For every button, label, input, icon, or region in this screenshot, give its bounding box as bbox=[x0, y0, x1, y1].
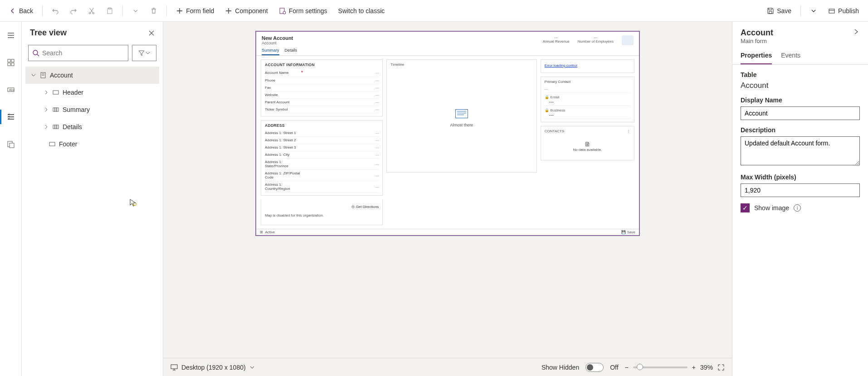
tree-panel: Tree view Account Header bbox=[22, 22, 163, 376]
tree-item-summary[interactable]: Summary bbox=[25, 101, 159, 118]
field-label: Phone bbox=[265, 78, 300, 82]
chevron-right-icon bbox=[44, 107, 49, 112]
chevron-down-icon bbox=[810, 7, 817, 14]
delete-button[interactable] bbox=[146, 5, 162, 17]
section-account-info[interactable]: ACCOUNT INFORMATION Account Name*---Phon… bbox=[261, 59, 383, 116]
rail-fields[interactable]: Abc bbox=[0, 81, 22, 99]
form-field-row[interactable]: Fax--- bbox=[265, 84, 379, 92]
back-button[interactable]: Back bbox=[5, 5, 38, 17]
collapse-panel-button[interactable] bbox=[853, 28, 860, 35]
save-label: Save bbox=[777, 7, 791, 14]
filter-button[interactable] bbox=[132, 45, 156, 61]
section-error[interactable]: Error loading control bbox=[541, 59, 634, 73]
max-width-input[interactable] bbox=[741, 183, 860, 197]
tree-item-account[interactable]: Account bbox=[25, 67, 159, 84]
form-field-row[interactable]: Address 1: Street 1--- bbox=[265, 130, 379, 137]
zoom-out-button[interactable]: − bbox=[625, 364, 629, 371]
get-directions-link[interactable]: Get Directions bbox=[356, 205, 379, 209]
description-input[interactable] bbox=[741, 136, 860, 165]
search-input[interactable] bbox=[42, 49, 124, 57]
cut-button[interactable] bbox=[83, 5, 100, 17]
form-field-row[interactable]: Parent Account--- bbox=[265, 99, 379, 106]
field-value: --- bbox=[371, 138, 379, 142]
switch-classic-button[interactable]: Switch to classic bbox=[334, 5, 390, 17]
section-primary-contact[interactable]: Primary Contact --- 🔒 Email--- 🔒 Busines… bbox=[541, 77, 634, 122]
chevron-right-icon bbox=[44, 124, 49, 130]
add-component-button[interactable]: Component bbox=[220, 5, 272, 17]
publish-button[interactable]: Publish bbox=[824, 5, 863, 17]
save-button[interactable]: Save bbox=[762, 5, 796, 17]
props-tab-properties[interactable]: Properties bbox=[741, 52, 772, 64]
toggle-state-label: Off bbox=[610, 364, 618, 371]
form-tab-details[interactable]: Details bbox=[285, 48, 297, 55]
field-label: Address 1: Country/Region bbox=[265, 183, 300, 191]
form-field-row[interactable]: Address 1: ZIP/Postal Code--- bbox=[265, 170, 379, 181]
form-field-row[interactable]: Address 1: City--- bbox=[265, 151, 379, 159]
show-hidden-toggle[interactable] bbox=[585, 363, 604, 372]
form-settings-button[interactable]: Form settings bbox=[274, 5, 332, 17]
svg-rect-25 bbox=[171, 365, 177, 369]
form-tab-summary[interactable]: Summary bbox=[262, 48, 279, 55]
form-field-row[interactable]: Account Name*--- bbox=[265, 69, 379, 77]
rail-hamburger[interactable] bbox=[0, 26, 22, 44]
save-menu-button[interactable] bbox=[805, 5, 822, 17]
filter-icon bbox=[138, 50, 145, 56]
field-value: --- bbox=[371, 185, 379, 189]
form-preview[interactable]: New Account Account ---Annual Revenue --… bbox=[255, 31, 640, 236]
more-icon[interactable]: ⋮ bbox=[627, 129, 630, 133]
form-field-row[interactable]: Ticker Symbol--- bbox=[265, 106, 379, 113]
publish-label: Publish bbox=[838, 7, 859, 14]
chevron-right-icon bbox=[44, 90, 49, 95]
form-field-row[interactable]: Address 1: Street 3--- bbox=[265, 144, 379, 151]
tree-item-footer[interactable]: Footer bbox=[25, 135, 159, 153]
svg-rect-7 bbox=[8, 59, 10, 62]
avatar-placeholder bbox=[622, 35, 634, 45]
props-title: Account bbox=[741, 28, 773, 38]
form-settings-label: Form settings bbox=[289, 7, 327, 14]
field-label: Account Name bbox=[265, 71, 300, 75]
bottom-bar: Desktop (1920 x 1080) Show Hidden Off − … bbox=[163, 358, 732, 376]
svg-rect-20 bbox=[57, 108, 59, 111]
zoom-slider[interactable] bbox=[633, 366, 688, 368]
show-image-checkbox[interactable]: ✓ bbox=[741, 203, 750, 212]
form-field-row[interactable]: Address 1: State/Province--- bbox=[265, 159, 379, 170]
chevron-down-icon bbox=[31, 72, 36, 78]
field-value: --- bbox=[371, 100, 379, 104]
svg-rect-9 bbox=[8, 63, 10, 66]
section-timeline[interactable]: Timeline Almost there bbox=[386, 59, 536, 173]
device-selector[interactable]: Desktop (1920 x 1080) bbox=[171, 364, 255, 371]
rail-treeview[interactable] bbox=[0, 108, 22, 126]
svg-rect-22 bbox=[55, 125, 57, 129]
save-icon bbox=[767, 7, 774, 14]
section-map[interactable]: ◎ Get Directions Map is disabled for thi… bbox=[261, 199, 383, 225]
rail-components[interactable] bbox=[0, 53, 22, 72]
paste-menu-button[interactable] bbox=[127, 5, 144, 17]
form-settings-icon bbox=[279, 7, 286, 14]
section-address[interactable]: ADDRESS Address 1: Street 1---Address 1:… bbox=[261, 120, 383, 196]
fit-icon[interactable] bbox=[717, 364, 725, 371]
status-icon: ⊞ bbox=[260, 230, 263, 234]
form-field-row[interactable]: Website--- bbox=[265, 92, 379, 99]
info-icon[interactable]: i bbox=[794, 204, 801, 212]
svg-point-5 bbox=[283, 11, 286, 14]
form-field-row[interactable]: Address 1: Street 2--- bbox=[265, 137, 379, 144]
form-field-row[interactable]: Phone--- bbox=[265, 77, 379, 84]
svg-rect-14 bbox=[10, 143, 14, 148]
undo-button[interactable] bbox=[47, 5, 63, 17]
props-tab-events[interactable]: Events bbox=[781, 52, 800, 64]
rail-businessrules[interactable] bbox=[0, 135, 22, 153]
redo-button[interactable] bbox=[65, 5, 82, 17]
zoom-in-button[interactable]: + bbox=[692, 364, 696, 371]
form-field-row[interactable]: Address 1: Country/Region--- bbox=[265, 181, 379, 193]
close-icon[interactable] bbox=[148, 30, 155, 36]
tree-item-details[interactable]: Details bbox=[25, 118, 159, 135]
display-name-input[interactable] bbox=[741, 106, 860, 120]
separator bbox=[800, 5, 801, 16]
section-contacts[interactable]: CONTACTS⋮ 🗎 No data available. bbox=[541, 126, 634, 160]
tree-title: Tree view bbox=[30, 28, 67, 38]
back-label: Back bbox=[19, 7, 33, 14]
paste-button[interactable] bbox=[102, 5, 118, 17]
search-box[interactable] bbox=[28, 45, 128, 61]
tree-item-header[interactable]: Header bbox=[25, 84, 159, 101]
add-form-field-button[interactable]: Form field bbox=[171, 5, 219, 17]
